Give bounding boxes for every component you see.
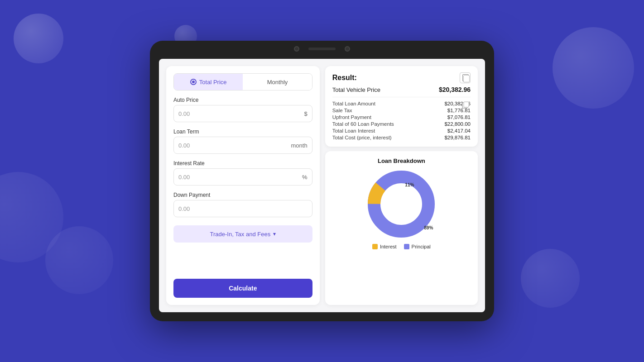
- down-payment-group: Down Payment: [173, 192, 312, 217]
- loan-term-input-wrap: month: [173, 137, 312, 154]
- tablet-camera-left: [294, 46, 299, 52]
- calculate-button[interactable]: Calculate: [173, 279, 312, 298]
- total-vehicle-row: Total Vehicle Price $20,382.96: [332, 86, 471, 97]
- svg-rect-1: [464, 102, 469, 107]
- down-payment-label: Down Payment: [173, 192, 312, 198]
- sphere-3: [0, 172, 63, 262]
- breakdown-label: Total Loan Interest: [332, 128, 375, 133]
- tablet-screen: Total Price Monthly Auto Price $ Loan Te…: [159, 59, 485, 312]
- right-panel: Result: Total Vehicle Price $20,382.96 T…: [325, 66, 478, 305]
- legend-principal: Principal: [404, 244, 431, 249]
- tab-monthly-label: Monthly: [267, 79, 288, 86]
- copy-icon-main[interactable]: [460, 72, 471, 83]
- breakdown-value: $29,876.81: [444, 135, 471, 140]
- sphere-5: [553, 27, 634, 109]
- breakdown-row: Upfront Payment $7,076.81: [332, 114, 471, 120]
- chart-card: Loan Breakdown 11% 89%: [325, 151, 478, 305]
- loan-term-input[interactable]: [178, 142, 291, 149]
- down-payment-input[interactable]: [178, 205, 308, 212]
- interest-rate-suffix: %: [302, 174, 308, 181]
- breakdown-label: Sale Tax: [332, 108, 352, 113]
- breakdown-value: $7,076.81: [447, 114, 471, 120]
- result-title: Result:: [332, 74, 357, 82]
- donut-label-11: 11%: [405, 182, 414, 187]
- tab-monthly[interactable]: Monthly: [243, 74, 312, 90]
- calculate-label: Calculate: [229, 285, 257, 292]
- down-payment-input-wrap: [173, 200, 312, 217]
- tablet-top-bar: [294, 46, 350, 52]
- tab-total-price-label: Total Price: [199, 79, 227, 86]
- auto-price-input[interactable]: [178, 110, 304, 117]
- legend-dot-principal: [404, 244, 409, 249]
- interest-rate-input-wrap: %: [173, 168, 312, 186]
- breakdown-row: Total Loan Interest $2,417.04: [332, 128, 471, 133]
- tab-total-price[interactable]: Total Price: [174, 74, 243, 90]
- left-panel: Total Price Monthly Auto Price $ Loan Te…: [166, 66, 320, 305]
- legend-principal-label: Principal: [412, 244, 431, 249]
- tablet-frame: Total Price Monthly Auto Price $ Loan Te…: [150, 41, 494, 321]
- legend-dot-interest: [372, 244, 378, 249]
- chart-legend: Interest Principal: [372, 244, 431, 249]
- chevron-down-icon: ▾: [273, 231, 276, 237]
- interest-rate-group: Interest Rate %: [173, 160, 312, 186]
- breakdown-value: $22,800.00: [444, 121, 471, 127]
- interest-rate-input[interactable]: [178, 174, 302, 181]
- sphere-4: [45, 226, 113, 294]
- breakdown-rows: Total Loan Amount $20,382.96 Sale Tax $1…: [332, 101, 471, 140]
- breakdown-label: Total Loan Amount: [332, 101, 375, 106]
- tablet-camera-right: [345, 46, 350, 52]
- auto-price-label: Auto Price: [173, 97, 312, 103]
- result-header: Result:: [332, 72, 471, 83]
- donut-label-89: 89%: [424, 225, 433, 230]
- sphere-6: [521, 249, 580, 308]
- breakdown-row: Total Cost (price, interest) $29,876.81: [332, 135, 471, 140]
- breakdown-label: Total of 60 Loan Payments: [332, 121, 394, 127]
- loan-term-group: Loan Term month: [173, 129, 312, 154]
- breakdown-row: Sale Tax $1,776.81: [332, 108, 471, 113]
- total-vehicle-value: $20,382.96: [439, 86, 471, 93]
- breakdown-row: Total Loan Amount $20,382.96: [332, 101, 471, 106]
- auto-price-group: Auto Price $: [173, 97, 312, 122]
- chart-title: Loan Breakdown: [332, 157, 471, 164]
- result-card: Result: Total Vehicle Price $20,382.96 T…: [325, 66, 478, 147]
- auto-price-input-wrap: $: [173, 105, 312, 122]
- loan-term-suffix: month: [291, 142, 308, 149]
- copy-icon-breakdown[interactable]: [461, 101, 471, 110]
- donut-chart: 11% 89%: [365, 168, 437, 240]
- tablet-speaker: [308, 48, 336, 50]
- trade-in-label: Trade-In, Tax and Fees: [210, 231, 270, 238]
- legend-interest-label: Interest: [380, 244, 397, 249]
- trade-in-button[interactable]: Trade-In, Tax and Fees ▾: [173, 225, 312, 243]
- breakdown-value: $2,417.04: [447, 128, 471, 133]
- tab-group: Total Price Monthly: [173, 73, 312, 90]
- auto-price-suffix: $: [304, 110, 307, 117]
- interest-rate-label: Interest Rate: [173, 160, 312, 167]
- breakdown-row: Total of 60 Loan Payments $22,800.00: [332, 121, 471, 127]
- breakdown-label: Upfront Payment: [332, 114, 371, 120]
- loan-term-label: Loan Term: [173, 129, 312, 135]
- legend-interest: Interest: [372, 244, 397, 249]
- sphere-1: [14, 14, 63, 63]
- radio-dot: [190, 79, 197, 85]
- svg-point-4: [384, 187, 418, 221]
- breakdown-label: Total Cost (price, interest): [332, 135, 392, 140]
- total-vehicle-label: Total Vehicle Price: [332, 86, 380, 93]
